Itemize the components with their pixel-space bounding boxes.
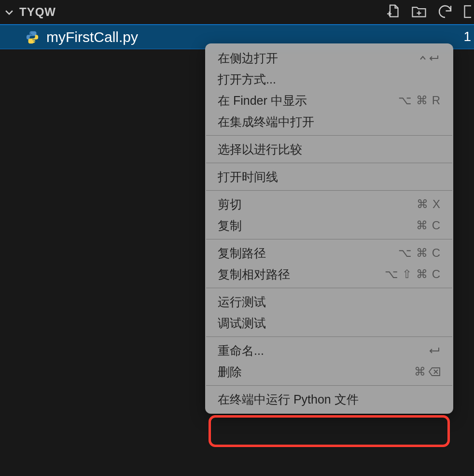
explorer-folder-name: TYQW: [19, 5, 56, 19]
menu-item-label: 打开时间线: [218, 169, 441, 185]
menu-item-shortcut: ⌘ X: [417, 197, 441, 211]
explorer-toolbar: [384, 3, 471, 22]
menu-item-debug-test[interactable]: 调试测试: [205, 312, 453, 334]
menu-item-delete[interactable]: 删除⌘: [205, 361, 453, 382]
menu-item-label: 在 Finder 中显示: [218, 93, 398, 109]
menu-item-open-side[interactable]: 在侧边打开: [205, 47, 453, 69]
menu-item-label: 在集成终端中打开: [218, 114, 441, 130]
menu-item-label: 重命名...: [218, 343, 427, 359]
chevron-down-icon: [4, 7, 14, 17]
menu-item-run-python-terminal[interactable]: 在终端中运行 Python 文件: [205, 389, 453, 410]
menu-item-select-compare[interactable]: 选择以进行比较: [205, 139, 453, 160]
menu-separator: [206, 288, 452, 288]
menu-item-label: 删除: [218, 364, 414, 380]
menu-item-open-with[interactable]: 打开方式...: [205, 69, 453, 90]
menu-item-label: 调试测试: [218, 315, 441, 331]
menu-item-label: 打开方式...: [218, 71, 441, 87]
file-name: myFirstCall.py: [46, 29, 138, 45]
menu-item-shortcut: ⌘ C: [416, 219, 441, 232]
new-folder-icon[interactable]: [410, 3, 428, 22]
collapse-icon[interactable]: [462, 3, 471, 22]
menu-separator: [206, 239, 452, 239]
menu-item-run-test[interactable]: 运行测试: [205, 291, 453, 312]
context-menu: 在侧边打开打开方式...在 Finder 中显示⌥ ⌘ R在集成终端中打开选择以…: [205, 43, 453, 414]
menu-separator: [206, 135, 452, 136]
menu-item-shortcut: ⌘: [414, 365, 441, 378]
menu-item-rename[interactable]: 重命名...: [205, 340, 453, 361]
menu-separator: [206, 336, 452, 337]
menu-item-open-timeline[interactable]: 打开时间线: [205, 166, 453, 187]
menu-item-shortcut: [418, 53, 441, 63]
menu-item-shortcut: ⌥ ⇧ ⌘ C: [385, 267, 441, 281]
menu-item-shortcut: [427, 346, 441, 355]
highlight-annotation: [209, 415, 450, 447]
menu-item-copy[interactable]: 复制⌘ C: [205, 215, 453, 236]
menu-item-label: 在终端中运行 Python 文件: [218, 392, 441, 407]
svg-rect-0: [465, 6, 472, 17]
menu-item-shortcut: ⌥ ⌘ C: [398, 246, 441, 260]
menu-separator: [206, 385, 452, 386]
menu-separator: [206, 163, 452, 163]
menu-item-copy-relative-path[interactable]: 复制相对路径⌥ ⇧ ⌘ C: [205, 264, 453, 285]
menu-item-label: 复制路径: [218, 245, 398, 261]
menu-item-label: 复制: [218, 218, 416, 234]
menu-item-label: 剪切: [218, 196, 417, 212]
new-file-icon[interactable]: [384, 3, 402, 22]
menu-item-copy-path[interactable]: 复制路径⌥ ⌘ C: [205, 242, 453, 264]
menu-item-label: 复制相对路径: [218, 266, 385, 282]
menu-item-label: 选择以进行比较: [218, 141, 441, 157]
menu-separator: [206, 190, 452, 191]
refresh-icon[interactable]: [436, 3, 454, 22]
python-file-icon: [25, 30, 40, 44]
menu-item-cut[interactable]: 剪切⌘ X: [205, 194, 453, 215]
menu-item-reveal-finder[interactable]: 在 Finder 中显示⌥ ⌘ R: [205, 90, 453, 111]
file-diff-count: 1: [463, 29, 471, 44]
menu-item-label: 在侧边打开: [218, 50, 418, 66]
menu-item-shortcut: ⌥ ⌘ R: [398, 94, 441, 107]
menu-item-label: 运行测试: [218, 294, 441, 310]
menu-item-open-integrated-terminal[interactable]: 在集成终端中打开: [205, 111, 453, 132]
